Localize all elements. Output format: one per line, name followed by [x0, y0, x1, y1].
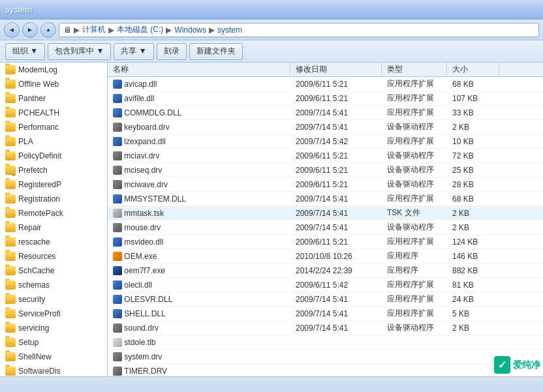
- col-header-size[interactable]: 大小: [447, 63, 499, 76]
- new-folder-button[interactable]: 新建文件夹: [189, 43, 243, 60]
- folder-icon: [5, 352, 16, 361]
- table-row[interactable]: mmtask.tsk2009/7/14 5:41TSK 文件2 KB: [108, 206, 543, 220]
- file-date: 2009/7/14 5:41: [290, 123, 382, 132]
- file-type: 应用程序扩展: [382, 294, 447, 305]
- include-button[interactable]: 包含到库中 ▼: [48, 43, 111, 60]
- sidebar-item[interactable]: Panther: [0, 91, 107, 106]
- table-row[interactable]: lzexpand.dll2009/7/14 5:42应用程序扩展10 KB: [108, 134, 543, 149]
- file-name: avifile.dll: [124, 94, 154, 103]
- path-system[interactable]: system: [217, 25, 242, 35]
- file-icon: [113, 295, 122, 304]
- file-icon: [113, 252, 122, 261]
- sidebar-item[interactable]: Performanc: [0, 120, 107, 134]
- table-row[interactable]: olecli.dll2009/6/11 5:42应用程序扩展81 KB: [108, 278, 543, 292]
- sidebar-item[interactable]: schemas: [0, 278, 107, 292]
- sidebar-item[interactable]: SchCache: [0, 264, 107, 278]
- file-date: 2009/7/14 5:41: [290, 108, 382, 117]
- table-row[interactable]: sound.drv2009/7/14 5:41设备驱动程序2 KB: [108, 321, 543, 335]
- folder-icon: [5, 123, 16, 132]
- file-size: 33 KB: [447, 108, 499, 117]
- sidebar-item[interactable]: ModemLog: [0, 63, 107, 77]
- sidebar-item[interactable]: RegisteredP: [0, 177, 107, 192]
- sidebar-item[interactable]: PolicyDefinit: [0, 149, 107, 163]
- burn-button[interactable]: 刻录: [157, 43, 187, 60]
- table-row[interactable]: keyboard.drv2009/7/14 5:41设备驱动程序2 KB: [108, 120, 543, 134]
- table-row[interactable]: mouse.drv2009/7/14 5:41设备驱动程序2 KB: [108, 220, 543, 235]
- sidebar-item-label: Performanc: [18, 123, 59, 132]
- table-row[interactable]: OLESVR.DLL2009/7/14 5:41应用程序扩展24 KB: [108, 292, 543, 307]
- col-header-date[interactable]: 修改日期: [290, 63, 382, 76]
- sidebar-item[interactable]: security: [0, 292, 107, 307]
- file-name-cell: oem7f7.exe: [108, 266, 290, 275]
- sidebar-item[interactable]: Resources: [0, 249, 107, 264]
- file-icon: [113, 194, 122, 204]
- table-row[interactable]: mciavi.drv2009/6/11 5:21设备驱动程序72 KB: [108, 149, 543, 163]
- address-path: 🖥 ▶ 计算机 ▶ 本地磁盘 (C:) ▶ Windows ▶ system: [59, 23, 539, 37]
- file-icon: [113, 166, 122, 175]
- sidebar-item[interactable]: servicing: [0, 321, 107, 335]
- file-date: 2009/7/14 5:41: [290, 295, 382, 304]
- sidebar-item[interactable]: Prefetch: [0, 163, 107, 177]
- table-row[interactable]: OEM.exe2010/10/8 10:26应用程序146 KB: [108, 249, 543, 264]
- sidebar-item-label: PLA: [18, 137, 33, 146]
- file-name-cell: mmtask.tsk: [108, 209, 290, 218]
- file-date: 2009/7/14 5:41: [290, 223, 382, 232]
- path-windows[interactable]: Windows: [174, 25, 206, 35]
- table-row[interactable]: system.drv: [108, 350, 543, 364]
- table-row[interactable]: oem7f7.exe2014/2/24 22:39应用程序882 KB: [108, 264, 543, 278]
- file-name: msvideo.dll: [124, 237, 163, 247]
- file-area: 名称 修改日期 类型 大小 avicap.dll2009/6/11 5:21应用…: [108, 63, 543, 376]
- sidebar-item[interactable]: Registration: [0, 192, 107, 206]
- file-type: 设备驱动程序: [382, 322, 447, 333]
- file-name: mciwave.drv: [124, 180, 168, 189]
- file-size: 124 KB: [447, 237, 499, 247]
- share-button[interactable]: 共享 ▼: [114, 43, 153, 60]
- col-header-type[interactable]: 类型: [382, 63, 447, 76]
- table-row[interactable]: MMSYSTEM.DLL2009/7/14 5:41应用程序扩展68 KB: [108, 192, 543, 206]
- path-computer[interactable]: 计算机: [82, 24, 106, 35]
- file-list-body[interactable]: avicap.dll2009/6/11 5:21应用程序扩展68 KB avif…: [108, 77, 543, 376]
- file-type: 应用程序扩展: [382, 279, 447, 290]
- organize-button[interactable]: 组织 ▼: [5, 43, 45, 60]
- file-name-cell: keyboard.drv: [108, 123, 290, 132]
- file-type: 应用程序扩展: [382, 308, 447, 319]
- table-row[interactable]: mciwave.drv2009/6/11 5:21设备驱动程序28 KB: [108, 177, 543, 192]
- path-drive[interactable]: 本地磁盘 (C:): [117, 24, 163, 35]
- sidebar-item-label: schemas: [18, 280, 50, 290]
- sidebar-item[interactable]: RemotePack: [0, 206, 107, 220]
- col-header-name[interactable]: 名称: [108, 63, 290, 76]
- forward-button[interactable]: ►: [22, 22, 38, 38]
- table-row[interactable]: SHELL.DLL2009/7/14 5:41应用程序扩展5 KB: [108, 307, 543, 321]
- folder-icon: [5, 180, 16, 189]
- sidebar-item[interactable]: PCHEALTH: [0, 106, 107, 120]
- back-button[interactable]: ◄: [4, 22, 20, 38]
- file-name: OEM.exe: [124, 252, 157, 261]
- table-row[interactable]: TIMER.DRV: [108, 364, 543, 376]
- sidebar-item[interactable]: rescache: [0, 235, 107, 249]
- file-type: 应用程序: [382, 265, 447, 276]
- file-name-cell: COMMDLG.DLL: [108, 108, 290, 117]
- sidebar-item-label: RegisteredP: [18, 180, 61, 189]
- table-row[interactable]: avicap.dll2009/6/11 5:21应用程序扩展68 KB: [108, 77, 543, 91]
- table-row[interactable]: msvideo.dll2009/6/11 5:21应用程序扩展124 KB: [108, 235, 543, 249]
- sidebar-item[interactable]: SoftwareDis: [0, 364, 107, 376]
- file-icon: [113, 80, 122, 89]
- table-row[interactable]: avifile.dll2009/6/11 5:21应用程序扩展107 KB: [108, 91, 543, 106]
- table-row[interactable]: stdole.tlb: [108, 335, 543, 350]
- sidebar-item[interactable]: Offline Web: [0, 77, 107, 91]
- file-type: 应用程序扩展: [382, 136, 447, 147]
- file-name: COMMDLG.DLL: [124, 108, 181, 117]
- sidebar[interactable]: ModemLogOffline WebPantherPCHEALTHPerfor…: [0, 63, 108, 376]
- file-type: 设备驱动程序: [382, 222, 447, 233]
- file-type: 应用程序扩展: [382, 107, 447, 118]
- file-icon: [113, 237, 122, 247]
- sidebar-item[interactable]: Setup: [0, 335, 107, 350]
- up-button[interactable]: ▲: [40, 22, 56, 38]
- table-row[interactable]: mciseq.drv2009/6/11 5:21设备驱动程序25 KB: [108, 163, 543, 177]
- sidebar-item[interactable]: ServiceProfi: [0, 307, 107, 321]
- sidebar-item[interactable]: PLA: [0, 134, 107, 149]
- status-bar: [0, 376, 543, 392]
- sidebar-item[interactable]: ShellNew: [0, 350, 107, 364]
- sidebar-item[interactable]: Repair: [0, 220, 107, 235]
- table-row[interactable]: COMMDLG.DLL2009/7/14 5:41应用程序扩展33 KB: [108, 106, 543, 120]
